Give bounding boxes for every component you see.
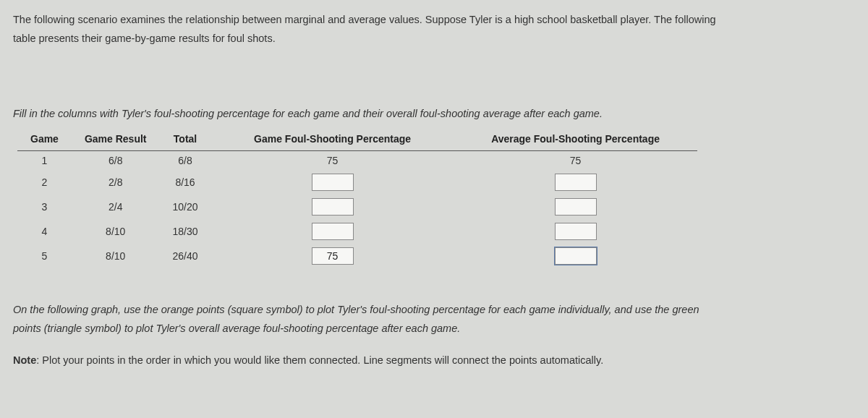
cell-game: 3 — [17, 195, 72, 219]
cell-result: 2/4 — [72, 195, 160, 219]
cell-game: 4 — [17, 219, 72, 244]
table-row: 3 2/4 10/20 — [17, 195, 697, 219]
cell-result: 2/8 — [72, 170, 160, 195]
graph-instruction: On the following graph, use the orange p… — [13, 300, 855, 338]
cell-avg-pct — [454, 170, 697, 195]
table-row: 1 6/8 6/8 75 75 — [17, 151, 697, 171]
cell-total: 8/16 — [160, 170, 211, 195]
game-pct-input[interactable] — [312, 223, 354, 240]
cell-total: 26/40 — [160, 244, 211, 268]
header-result: Game Result — [72, 127, 160, 151]
cell-total: 10/20 — [160, 195, 211, 219]
note-paragraph: Note: Plot your points in the order in w… — [13, 351, 855, 370]
header-total: Total — [160, 127, 211, 151]
cell-game-pct — [211, 195, 454, 219]
spacer — [13, 268, 855, 300]
cell-game-pct: 75 — [211, 151, 454, 171]
cell-game: 5 — [17, 244, 72, 268]
cell-avg-pct — [454, 195, 697, 219]
avg-pct-input[interactable] — [555, 223, 597, 240]
cell-game: 2 — [17, 170, 72, 195]
header-game: Game — [17, 127, 72, 151]
avg-pct-input[interactable] — [555, 198, 597, 216]
avg-pct-value: 75 — [557, 155, 595, 166]
spacer — [13, 48, 855, 104]
game-pct-input[interactable] — [312, 198, 354, 216]
note-text: : Plot your points in the order in which… — [36, 354, 603, 366]
cell-result: 8/10 — [72, 244, 160, 268]
cell-total: 18/30 — [160, 219, 211, 244]
cell-avg-pct: 75 — [454, 151, 697, 171]
table-row: 4 8/10 18/30 — [17, 219, 697, 244]
cell-total: 6/8 — [160, 151, 211, 171]
fill-instruction: Fill in the columns with Tyler's foul-sh… — [13, 104, 855, 123]
header-avg-pct: Average Foul-Shooting Percentage — [454, 127, 697, 151]
intro-paragraph: The following scenario examines the rela… — [13, 10, 855, 48]
cell-game-pct — [211, 244, 454, 268]
graph-instruction-line2: points (triangle symbol) to plot Tyler's… — [13, 323, 460, 334]
cell-avg-pct — [454, 244, 697, 268]
table-header-row: Game Game Result Total Game Foul-Shootin… — [17, 127, 697, 151]
note-label: Note — [13, 354, 36, 366]
cell-game: 1 — [17, 151, 72, 171]
header-game-pct: Game Foul-Shooting Percentage — [211, 127, 454, 151]
cell-result: 6/8 — [72, 151, 160, 171]
intro-text-line2: table presents their game-by-game result… — [13, 33, 276, 44]
avg-pct-input[interactable] — [555, 174, 597, 191]
spacer — [13, 338, 855, 351]
cell-game-pct — [211, 219, 454, 244]
graph-instruction-line1: On the following graph, use the orange p… — [13, 304, 699, 315]
game-pct-value: 75 — [314, 155, 352, 166]
cell-result: 8/10 — [72, 219, 160, 244]
question-page: The following scenario examines the rela… — [0, 0, 868, 418]
game-pct-input[interactable] — [312, 247, 354, 265]
table-row: 5 8/10 26/40 — [17, 244, 697, 268]
cell-avg-pct — [454, 219, 697, 244]
cell-game-pct — [211, 170, 454, 195]
intro-text-line1: The following scenario examines the rela… — [13, 14, 716, 25]
table-row: 2 2/8 8/16 — [17, 170, 697, 195]
avg-pct-input[interactable] — [555, 247, 597, 265]
game-pct-input[interactable] — [312, 174, 354, 191]
foul-shot-table: Game Game Result Total Game Foul-Shootin… — [17, 127, 697, 268]
